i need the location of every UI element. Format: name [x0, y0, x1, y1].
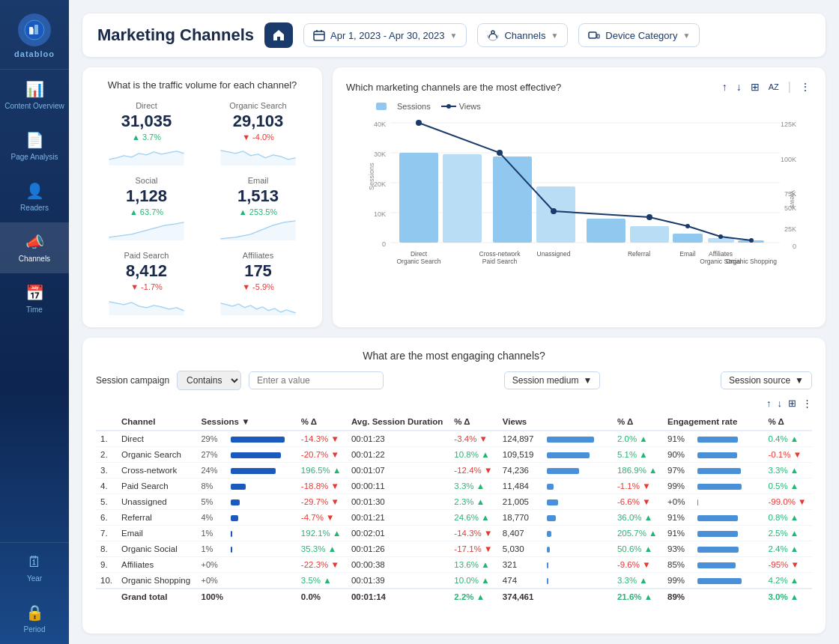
th-sessions-delta: % Δ: [297, 413, 347, 431]
filter-medium-dropdown[interactable]: Session medium ▼: [504, 371, 601, 389]
sort-desc-button[interactable]: ↓: [735, 79, 743, 94]
filter-medium-label: Session medium: [512, 375, 579, 386]
table-more-btn[interactable]: ⋮: [802, 398, 812, 409]
date-range-dropdown[interactable]: Apr 1, 2023 - Apr 30, 2023 ▼: [303, 23, 467, 47]
cell-eng-delta: 4.2% ▲: [763, 573, 812, 589]
traffic-item-affiliates: Affiliates 175 ▼ -5.9%: [208, 251, 309, 315]
traffic-value-social: 1,128: [126, 186, 167, 206]
cell-views: 8,407: [498, 526, 539, 541]
traffic-change-organic: ▼ -4.0%: [242, 133, 274, 142]
table-header-row: Channel Sessions ▼ % Δ Avg. Session Dura…: [96, 413, 812, 431]
page-title: Marketing Channels: [97, 25, 254, 45]
th-avg-duration[interactable]: Avg. Session Duration: [347, 413, 449, 431]
table-grid-btn[interactable]: ⊞: [788, 398, 796, 409]
svg-point-41: [497, 150, 503, 156]
cell-dur-delta: 10.8% ▲: [449, 447, 497, 463]
cell-duration: 00:00:38: [347, 557, 449, 573]
cell-views-delta: 205.7% ▲: [613, 526, 663, 541]
channels-text: Channels: [504, 30, 545, 41]
cell-num: 6.: [96, 510, 117, 526]
cell-views-delta: 2.0% ▲: [613, 431, 663, 447]
filter-contains-select[interactable]: Contains: [177, 371, 241, 390]
cell-duration: 00:01:21: [347, 510, 449, 526]
th-sessions[interactable]: Sessions ▼: [196, 413, 296, 431]
svg-point-43: [646, 214, 652, 220]
cell-views-bar: [539, 431, 613, 447]
cell-views-bar: [539, 494, 613, 510]
chart-legend: Sessions Views: [376, 102, 812, 111]
th-views-delta: % Δ: [613, 413, 663, 431]
chart-type-button[interactable]: ⊞: [749, 79, 761, 94]
svg-rect-31: [399, 153, 438, 243]
svg-text:Sessions: Sessions: [368, 162, 375, 190]
th-eng-delta: % Δ: [763, 413, 812, 431]
table-sort-asc-btn[interactable]: ↑: [766, 398, 772, 409]
svg-point-44: [685, 224, 690, 228]
home-button[interactable]: [264, 22, 293, 48]
cell-sessions-delta: -14.3% ▼: [297, 431, 347, 447]
traffic-value-affiliates: 175: [244, 261, 272, 281]
svg-rect-35: [587, 219, 626, 243]
filter-source-arrow: ▼: [795, 375, 804, 386]
time-icon: 📅: [25, 284, 44, 302]
effective-chart-card: Which marketing channels are the most ef…: [333, 67, 826, 327]
cell-channel: Organic Social: [117, 541, 196, 557]
traffic-value-direct: 31,035: [121, 112, 172, 131]
svg-text:0: 0: [382, 240, 386, 248]
cell-views: 5,030: [498, 541, 539, 557]
sidebar-item-year[interactable]: 🗓 Year: [0, 543, 69, 593]
traffic-item-social: Social 1,128 ▲ 63.7%: [96, 176, 197, 240]
sidebar-label-page: Page Analysis: [11, 153, 58, 161]
svg-rect-36: [630, 226, 669, 243]
logo-icon: [18, 13, 51, 46]
sidebar-item-channels[interactable]: 📣 Channels: [0, 222, 69, 273]
filter-value-input[interactable]: [249, 371, 384, 389]
sort-asc-button[interactable]: ↑: [721, 79, 729, 94]
chart-icon: 📊: [25, 80, 44, 98]
sidebar-item-page-analysis[interactable]: 📄 Page Analysis: [0, 121, 69, 171]
cell-num: 8.: [96, 541, 117, 557]
sidebar-item-readers[interactable]: 👤 Readers: [0, 171, 69, 222]
svg-text:25K: 25K: [784, 225, 796, 233]
cell-views-delta: 5.1% ▲: [613, 447, 663, 463]
filter-source-dropdown[interactable]: Session source ▼: [721, 371, 812, 389]
az-sort-button[interactable]: AZ: [767, 81, 781, 93]
th-views[interactable]: Views: [498, 413, 613, 431]
th-eng-rate[interactable]: Engagement rate: [663, 413, 763, 431]
legend-views-label: Views: [459, 102, 481, 111]
svg-rect-2: [34, 25, 38, 34]
cell-views-bar: [539, 510, 613, 526]
cell-views-bar: [539, 526, 613, 541]
channels-dropdown[interactable]: Channels ▼: [477, 23, 568, 47]
gt-views-delta: 21.6% ▲: [613, 589, 663, 604]
cell-channel: Organic Search: [117, 447, 196, 463]
filter-medium-arrow: ▼: [583, 375, 592, 386]
data-table: Channel Sessions ▼ % Δ Avg. Session Dura…: [96, 413, 812, 604]
sidebar-item-time[interactable]: 📅 Time: [0, 273, 69, 324]
cell-eng-rate: 90%: [663, 447, 690, 463]
traffic-label-email: Email: [248, 176, 269, 185]
sidebar-item-period[interactable]: 🔒 Period: [0, 593, 69, 644]
grand-total-row: Grand total 100% 0.0% 00:01:14 2.2% ▲ 37…: [96, 589, 812, 604]
device-category-dropdown[interactable]: Device Category ▼: [578, 23, 700, 47]
table-row: 9. Affiliates +0% -22.3% ▼ 00:00:38 13.6…: [96, 557, 812, 573]
cell-num: 4.: [96, 479, 117, 494]
cell-sessions-delta: -22.3% ▼: [297, 557, 347, 573]
traffic-item-organic: Organic Search 29,103 ▼ -4.0%: [208, 101, 309, 165]
more-options-button[interactable]: ⋮: [799, 79, 812, 94]
traffic-label-paid: Paid Search: [124, 251, 169, 260]
th-channel[interactable]: Channel: [117, 413, 196, 431]
mini-chart-direct: [96, 145, 197, 165]
table-sort-desc-btn[interactable]: ↓: [778, 398, 783, 409]
cell-views: 321: [498, 557, 539, 573]
table-section: What are the most engaging channels? Ses…: [82, 338, 826, 634]
svg-text:100K: 100K: [781, 156, 796, 163]
cell-channel: Paid Search: [117, 479, 196, 494]
cell-views-delta: 186.9% ▲: [613, 463, 663, 479]
gt-num: [96, 589, 117, 604]
cell-eng-delta: 2.4% ▲: [763, 541, 812, 557]
sidebar-item-content-overview[interactable]: 📊 Content Overview: [0, 70, 69, 121]
cell-views-delta: 3.3% ▲: [613, 573, 663, 589]
page-icon: 📄: [25, 131, 44, 149]
cell-sessions-delta: 196.5% ▲: [297, 463, 347, 479]
